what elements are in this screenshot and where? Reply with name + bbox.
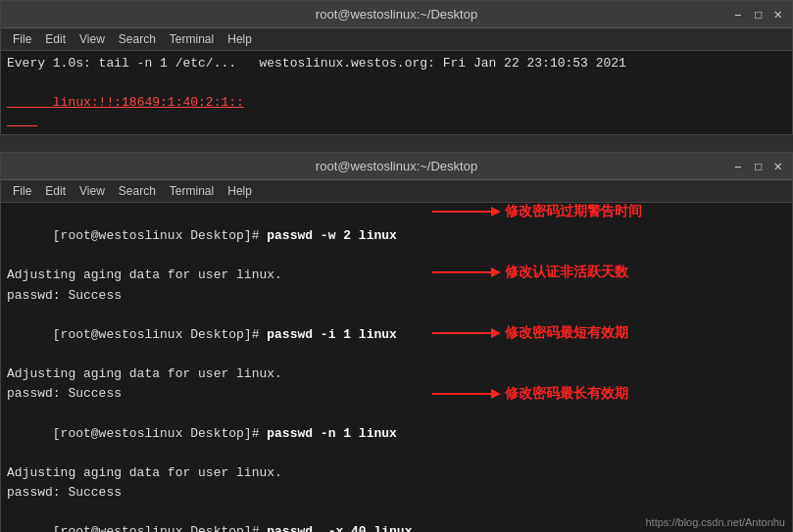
arrow-head-1 <box>491 207 501 217</box>
top-titlebar-controls[interactable]: – ☐ ✕ <box>730 6 786 23</box>
bottom-title: root@westoslinux:~/Desktop <box>316 159 477 173</box>
table-row: Adjusting aging data for user linux. <box>7 463 786 483</box>
menu-help[interactable]: Help <box>222 30 258 48</box>
bottom-terminal-window: root@westoslinux:~/Desktop – ☐ ✕ File Ed… <box>0 152 793 532</box>
table-row: passwd: Success <box>7 384 786 404</box>
close-icon[interactable]: ✕ <box>770 6 786 23</box>
watch-header-line: Every 1.0s: tail -n 1 /etc/... westoslin… <box>7 55 786 73</box>
table-row: Adjusting aging data for user linux. <box>7 266 786 285</box>
success-3: passwd: Success <box>7 485 122 500</box>
minimize-icon-2[interactable]: – <box>730 159 746 174</box>
menu-view[interactable]: View <box>74 30 111 48</box>
cmd-2: passwd -i 1 linux <box>267 327 397 342</box>
bottom-terminal-body: [root@westoslinux Desktop]# passwd -w 2 … <box>1 203 792 532</box>
bottom-titlebar: root@westoslinux:~/Desktop – ☐ ✕ <box>1 153 792 180</box>
menu-edit[interactable]: Edit <box>39 30 72 48</box>
table-row: [root@westoslinux Desktop]# passwd -w 2 … <box>7 207 786 266</box>
annotation-text-2: 修改认证非活跃天数 <box>505 264 628 281</box>
prompt-2: [root@westoslinux Desktop]# <box>53 327 267 342</box>
menu-help-2[interactable]: Help <box>222 182 258 200</box>
arrow-shaft-1 <box>432 211 491 213</box>
menu-file[interactable]: File <box>7 30 37 48</box>
table-row: [root@westoslinux Desktop]# passwd -n 1 … <box>7 404 786 462</box>
arrow-head-3 <box>491 328 501 338</box>
annotation-4: 修改密码最长有效期 <box>432 385 628 403</box>
minimize-icon[interactable]: – <box>730 7 746 23</box>
maximize-icon-2[interactable]: ☐ <box>750 158 766 174</box>
menu-terminal[interactable]: Terminal <box>164 30 220 48</box>
table-row: Adjusting aging data for user linux. <box>7 364 786 384</box>
success-2: passwd: Success <box>7 386 122 401</box>
annotation-text-4: 修改密码最长有效期 <box>505 385 628 403</box>
bottom-titlebar-controls[interactable]: – ☐ ✕ <box>730 158 786 174</box>
data-line: linux:!!:18649:1:40:2:1:: <box>7 76 786 130</box>
menu-search[interactable]: Search <box>113 30 162 48</box>
arrow-shaft-4 <box>432 393 491 395</box>
output-2: Adjusting aging data for user linux. <box>7 366 282 381</box>
menu-view-2[interactable]: View <box>74 182 111 200</box>
output-3: Adjusting aging data for user linux. <box>7 465 282 480</box>
annotation-3: 修改密码最短有效期 <box>432 324 628 342</box>
top-title: root@westoslinux:~/Desktop <box>316 7 477 22</box>
annotation-text-1: 修改密码过期警告时间 <box>505 203 642 220</box>
annotation-2: 修改认证非活跃天数 <box>432 264 628 281</box>
table-row: passwd: Success <box>7 483 786 503</box>
cmd-1: passwd -w 2 linux <box>267 228 397 243</box>
output-1: Adjusting aging data for user linux. <box>7 267 282 282</box>
table-row: passwd: Success <box>7 286 786 306</box>
success-1: passwd: Success <box>7 288 122 303</box>
arrow-head-2 <box>491 267 501 277</box>
table-row: [root@westoslinux Desktop]# passwd -i 1 … <box>7 306 786 364</box>
prompt-4: [root@westoslinux Desktop]# <box>53 524 267 532</box>
annotation-text-3: 修改密码最短有效期 <box>505 324 628 342</box>
top-titlebar: root@westoslinux:~/Desktop – ☐ ✕ <box>1 1 792 28</box>
arrow-shaft-3 <box>432 332 491 334</box>
menu-file-2[interactable]: File <box>7 182 37 200</box>
cmd-4: passwd -x 40 linux <box>267 524 412 532</box>
arrow-head-4 <box>491 389 501 399</box>
data-line-text: linux:!!:18649:1:40:2:1:: <box>53 95 244 110</box>
arrow-shaft-2 <box>432 271 491 273</box>
menu-search-2[interactable]: Search <box>113 182 162 200</box>
close-icon-2[interactable]: ✕ <box>770 158 786 174</box>
cmd-3: passwd -n 1 linux <box>267 426 397 441</box>
top-terminal-window: root@westoslinux:~/Desktop – ☐ ✕ File Ed… <box>0 0 793 135</box>
csdn-link: https://blog.csdn.net/Antonhu <box>646 516 786 528</box>
prompt-1: [root@westoslinux Desktop]# <box>53 228 267 243</box>
prompt-3: [root@westoslinux Desktop]# <box>53 426 267 441</box>
maximize-icon[interactable]: ☐ <box>750 6 766 23</box>
menu-edit-2[interactable]: Edit <box>39 182 72 200</box>
menu-terminal-2[interactable]: Terminal <box>164 182 220 200</box>
annotation-1: 修改密码过期警告时间 <box>432 203 642 220</box>
top-menubar: File Edit View Search Terminal Help <box>1 28 792 51</box>
top-terminal-body: Every 1.0s: tail -n 1 /etc/... westoslin… <box>1 51 792 134</box>
bottom-menubar: File Edit View Search Terminal Help <box>1 180 792 203</box>
